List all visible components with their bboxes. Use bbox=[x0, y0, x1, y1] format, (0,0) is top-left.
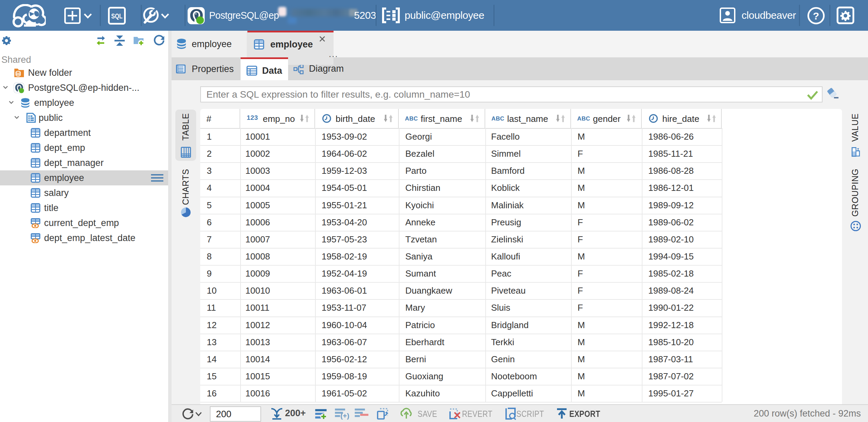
svg-text:?: ? bbox=[813, 10, 819, 22]
svg-text:SQL: SQL bbox=[111, 12, 123, 20]
